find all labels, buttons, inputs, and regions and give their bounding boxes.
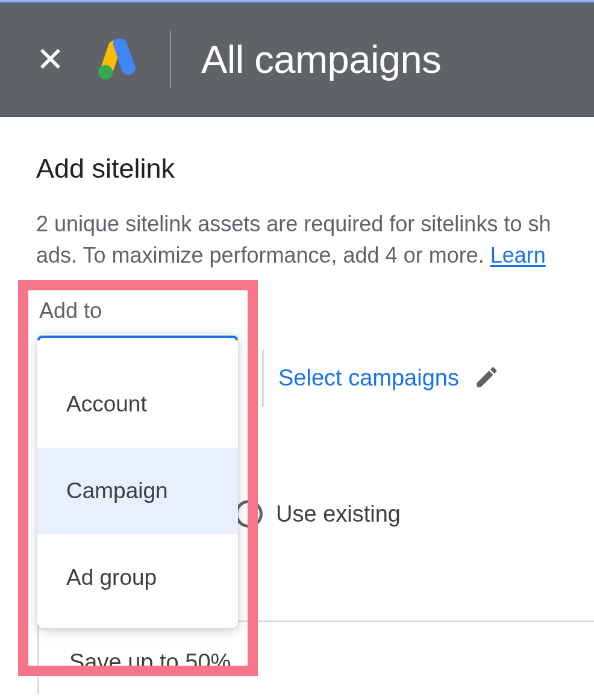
learn-more-link[interactable]: Learn	[490, 243, 546, 267]
use-existing-radio-row: Use existing	[235, 500, 401, 528]
vertical-divider	[262, 349, 264, 407]
dropdown-option-label: Ad group	[66, 565, 157, 590]
add-to-label: Add to	[39, 298, 102, 323]
page-title: Add sitelink	[36, 153, 558, 184]
content-area: Add sitelink 2 unique sitelink assets ar…	[0, 117, 594, 271]
close-icon[interactable]: ✕	[36, 43, 64, 77]
description-line1: 2 unique sitelink assets are required fo…	[36, 211, 551, 236]
card-left-edge	[37, 620, 39, 694]
dropdown-option-account[interactable]: Account	[37, 361, 238, 448]
dropdown-option-label: Campaign	[66, 478, 168, 504]
dropdown-focus-edge	[37, 336, 238, 340]
dropdown-option-campaign[interactable]: Campaign	[37, 448, 238, 534]
use-existing-radio[interactable]	[235, 500, 263, 528]
pencil-icon[interactable]	[474, 364, 500, 393]
sitelink-preview-text: Save up to 50%	[69, 649, 231, 675]
header-divider	[170, 31, 171, 88]
page-description: 2 unique sitelink assets are required fo…	[36, 208, 558, 271]
add-to-dropdown[interactable]: Account Campaign Ad group	[37, 334, 238, 628]
svg-point-0	[98, 65, 113, 80]
google-ads-logo-icon	[95, 39, 140, 81]
breadcrumb-title: All campaigns	[201, 37, 441, 82]
description-line2: ads. To maximize performance, add 4 or m…	[36, 243, 490, 267]
select-campaigns-link[interactable]: Select campaigns	[278, 365, 459, 391]
use-existing-label: Use existing	[276, 501, 401, 527]
dropdown-option-ad-group[interactable]: Ad group	[37, 534, 238, 621]
select-campaigns-row: Select campaigns	[262, 349, 500, 407]
header-bar: ✕ All campaigns	[0, 2, 594, 117]
dropdown-option-label: Account	[66, 392, 147, 417]
